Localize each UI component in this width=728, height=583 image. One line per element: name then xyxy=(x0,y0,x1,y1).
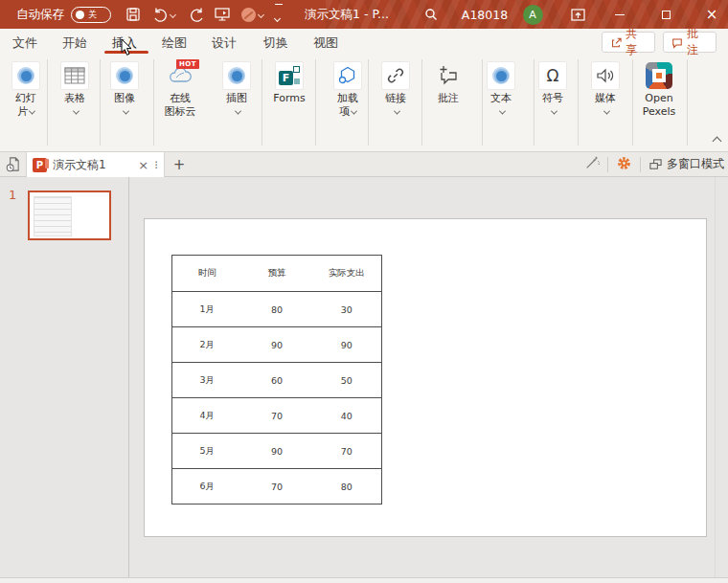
avatar[interactable]: A xyxy=(521,0,544,29)
table-cell[interactable]: 40 xyxy=(311,398,381,433)
slide-table[interactable]: 时间 预算 实际支出 1月 80 30 2月 90 90 3月 60 5 xyxy=(171,255,382,505)
ribbon-item-forms[interactable]: F Forms xyxy=(265,57,313,138)
table-cell[interactable]: 70 xyxy=(242,469,312,504)
tab-draw[interactable]: 绘图 xyxy=(157,32,192,55)
table-cell[interactable]: 90 xyxy=(242,434,312,468)
collapse-ribbon-icon[interactable] xyxy=(713,137,722,146)
undo-dropdown-chevron-icon xyxy=(170,11,176,17)
dropdown-chevron-icon xyxy=(72,108,79,115)
table-grid-icon xyxy=(60,61,89,90)
tab-more-icon[interactable]: ⁝ xyxy=(154,158,158,171)
dropdown-chevron-icon xyxy=(29,108,35,115)
close-icon[interactable]: × xyxy=(695,0,728,29)
redo-icon[interactable] xyxy=(186,0,207,29)
ribbon-item-illustrations[interactable]: 插图 xyxy=(215,57,259,138)
powerpoint-window: 自动保存 关 xyxy=(0,0,728,583)
slide-thumbnail-panel: 1 xyxy=(0,177,129,577)
table-cell[interactable]: 70 xyxy=(311,434,381,468)
tab-view[interactable]: 视图 xyxy=(308,32,343,55)
dropdown-chevron-icon xyxy=(550,108,557,115)
history-icon[interactable] xyxy=(0,152,27,176)
ribbon-item-links[interactable]: 链接 xyxy=(374,57,418,138)
share-button[interactable]: 共享 xyxy=(602,32,655,53)
table-cell[interactable]: 2月 xyxy=(172,327,242,362)
group-separator xyxy=(100,59,101,146)
document-tab-title: 演示文稿1 xyxy=(53,157,132,173)
windows-icon xyxy=(648,158,663,171)
table-cell[interactable]: 50 xyxy=(311,363,381,397)
comments-button[interactable]: 批注 xyxy=(663,32,717,53)
tab-transitions[interactable]: 切换 xyxy=(259,32,293,55)
ribbon-item-addins[interactable]: 加载项 xyxy=(326,57,370,138)
group-separator xyxy=(421,59,422,146)
gear-icon[interactable] xyxy=(616,155,632,174)
ribbon-item-table[interactable]: 表格 xyxy=(53,57,97,138)
document-tab[interactable]: P 演示文稿1 × ⁝ xyxy=(27,152,165,177)
maximize-icon[interactable] xyxy=(649,0,682,29)
table-cell[interactable]: 90 xyxy=(311,327,381,362)
dropdown-chevron-icon xyxy=(234,108,240,115)
ribbon-item-online-icon-cloud[interactable]: HOT 在线图标云 xyxy=(156,57,204,138)
dropdown-chevron-icon xyxy=(122,108,128,115)
toggle-state-label: 关 xyxy=(88,11,97,19)
table-header-cell[interactable]: 预算 xyxy=(242,256,312,291)
tab-design[interactable]: 设计 xyxy=(207,32,241,55)
table-row: 6月 70 80 xyxy=(172,469,381,504)
slide-canvas[interactable]: 时间 预算 实际支出 1月 80 30 2月 90 90 3月 60 5 xyxy=(144,218,707,537)
account-id[interactable]: A18018 xyxy=(458,0,512,29)
dropdown-chevron-icon xyxy=(393,108,399,115)
group-separator xyxy=(262,59,262,146)
wand-icon[interactable] xyxy=(584,155,600,173)
table-header-cell[interactable]: 时间 xyxy=(172,256,242,291)
ribbon-item-symbols[interactable]: Ω 符号 xyxy=(531,57,575,138)
table-cell[interactable]: 3月 xyxy=(172,363,242,397)
ribbon-item-new-comment[interactable]: 批注 xyxy=(426,57,470,138)
ribbon-display-icon[interactable] xyxy=(565,0,590,29)
autosave-label: 自动保存 xyxy=(13,0,67,29)
table-cell[interactable]: 80 xyxy=(311,469,381,504)
scrollbar-track xyxy=(715,177,716,577)
omega-icon: Ω xyxy=(538,61,567,90)
tab-file[interactable]: 文件 xyxy=(8,32,42,55)
table-cell[interactable]: 80 xyxy=(242,292,312,326)
ribbon-item-text[interactable]: 文本 xyxy=(479,57,523,138)
table-cell[interactable]: 90 xyxy=(242,327,312,362)
minimize-icon[interactable] xyxy=(603,0,636,29)
ribbon-item-images[interactable]: 图像 xyxy=(102,57,147,138)
tab-home[interactable]: 开始 xyxy=(57,32,92,55)
new-tab-plus-icon[interactable]: + xyxy=(171,156,188,173)
touch-mode-icon[interactable] xyxy=(236,0,268,29)
slide-thumbnail[interactable] xyxy=(28,191,111,240)
ribbon: 幻灯片 表格 图像 HOT xyxy=(0,56,728,152)
link-icon xyxy=(381,61,410,90)
dropdown-chevron-icon xyxy=(351,108,357,115)
undo-icon[interactable] xyxy=(149,0,178,29)
table-cell[interactable]: 30 xyxy=(311,292,381,326)
group-separator xyxy=(578,59,579,146)
table-cell[interactable]: 60 xyxy=(242,363,312,397)
multi-window-mode-button[interactable]: 多窗口模式 xyxy=(648,156,724,172)
addin-hexagon-icon xyxy=(333,61,362,90)
ribbon-item-open-pexels[interactable]: OpenPexels xyxy=(634,57,684,138)
speaker-icon xyxy=(591,61,620,90)
search-icon[interactable] xyxy=(420,0,443,29)
title-bar: 自动保存 关 xyxy=(0,0,728,29)
table-cell[interactable]: 6月 xyxy=(172,469,242,504)
table-cell[interactable]: 5月 xyxy=(172,434,242,468)
ribbon-item-slides[interactable]: 幻灯片 xyxy=(4,57,48,138)
table-header-row: 时间 预算 实际支出 xyxy=(172,256,381,292)
ribbon-item-media[interactable]: 媒体 xyxy=(583,57,627,138)
table-cell[interactable]: 4月 xyxy=(172,398,242,433)
slideshow-icon[interactable] xyxy=(211,0,234,29)
status-bar xyxy=(0,577,728,583)
table-cell[interactable]: 70 xyxy=(242,398,312,433)
table-header-cell[interactable]: 实际支出 xyxy=(311,256,381,291)
group-separator xyxy=(687,59,688,146)
table-cell[interactable]: 1月 xyxy=(172,292,242,326)
tab-close-icon[interactable]: × xyxy=(138,158,148,172)
dropdown-chevron-icon xyxy=(603,108,609,115)
autosave-toggle[interactable]: 关 xyxy=(71,0,111,29)
save-icon[interactable] xyxy=(123,0,144,29)
qat-customize-icon[interactable] xyxy=(270,0,287,29)
comment-plus-icon xyxy=(434,61,463,90)
